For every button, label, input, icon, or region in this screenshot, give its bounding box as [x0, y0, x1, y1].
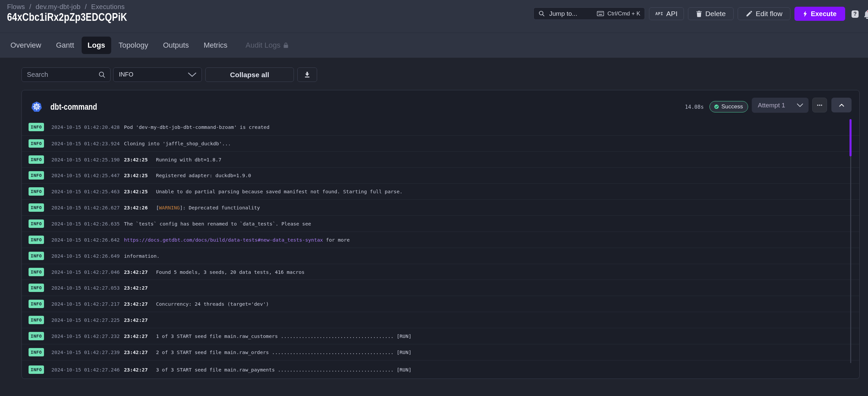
status-label: Success — [721, 103, 743, 110]
breadcrumb-executions[interactable]: Executions — [91, 3, 125, 10]
log-message: 23:42:26 [WARNING]: Deprecated functiona… — [124, 205, 260, 210]
log-text: Found 5 models, 3 seeds, 20 data tests, … — [150, 269, 305, 275]
log-timestamp: 2024-10-15 01:42:27.053 — [52, 285, 124, 291]
delete-button[interactable]: Delete — [688, 7, 734, 20]
task-duration: 14.08s — [685, 102, 704, 112]
log-level-select[interactable]: INFO — [113, 67, 202, 82]
log-row[interactable]: INFO2024-10-15 01:42:20.428Pod 'dev-my-d… — [22, 119, 859, 135]
log-message: 23:42:27 — [124, 317, 150, 323]
check-circle-icon — [714, 104, 719, 109]
log-level-badge: INFO — [29, 139, 44, 148]
log-text: Running with dbt=1.8.7 — [150, 157, 221, 162]
log-timestamp: 2024-10-15 01:42:25.447 — [52, 172, 124, 178]
tab-logs[interactable]: Logs — [82, 37, 112, 54]
attempt-select[interactable]: Attempt 1 — [752, 98, 809, 113]
log-row[interactable]: INFO2024-10-15 01:42:26.649information. — [22, 248, 859, 264]
log-text: Concurrency: 24 threads (target='dev') — [150, 301, 269, 307]
log-level-badge: INFO — [29, 171, 44, 179]
api-button[interactable]: API API — [649, 7, 684, 20]
task-name: dbt-command — [51, 101, 97, 112]
log-text: ]: Deprecated functionality — [180, 205, 260, 210]
log-timestamp: 2024-10-15 01:42:27.232 — [52, 333, 124, 339]
tab-label: Audit Logs — [246, 41, 280, 50]
execute-button[interactable]: Execute — [795, 7, 845, 21]
collapse-all-button[interactable]: Collapse all — [205, 67, 294, 82]
log-row[interactable]: INFO2024-10-15 01:42:25.44723:42:25 Regi… — [22, 167, 859, 184]
log-level-badge: INFO — [29, 332, 44, 340]
log-row[interactable]: INFO2024-10-15 01:42:26.62723:42:26 [WAR… — [22, 199, 859, 216]
task-menu-button[interactable] — [812, 98, 827, 112]
tab-label: Logs — [88, 41, 105, 50]
task-log-card-header: dbt-command 14.08s Success Attempt 1 — [22, 90, 859, 119]
log-message: 23:42:27 2 of 3 START seed file main.raw… — [124, 349, 411, 355]
log-time: 23:42:27 — [124, 349, 148, 355]
notifications-bell-icon[interactable] — [864, 10, 868, 19]
log-message: The `tests` config has been renamed to `… — [124, 221, 311, 227]
help-button[interactable]: ? — [851, 10, 859, 18]
log-text: Unable to do partial parsing because sav… — [150, 189, 403, 194]
log-row[interactable]: INFO2024-10-15 01:42:27.23923:42:27 2 of… — [22, 344, 859, 360]
edit-flow-button[interactable]: Edit flow — [738, 7, 790, 20]
download-logs-button[interactable] — [297, 67, 317, 82]
log-row[interactable]: INFO2024-10-15 01:42:27.04623:42:27 Foun… — [22, 264, 859, 280]
jump-to-placeholder: Jump to... — [549, 10, 577, 18]
keyboard-icon — [597, 11, 604, 16]
log-timestamp: 2024-10-15 01:42:26.627 — [52, 205, 124, 210]
tab-label: Gantt — [56, 41, 74, 50]
log-timestamp: 2024-10-15 01:42:27.217 — [52, 301, 124, 307]
log-timestamp: 2024-10-15 01:42:26.642 — [52, 237, 124, 243]
log-row[interactable]: INFO2024-10-15 01:42:26.635The `tests` c… — [22, 216, 859, 232]
log-row[interactable]: INFO2024-10-15 01:42:23.924Cloning into … — [22, 135, 859, 151]
log-row[interactable]: INFO2024-10-15 01:42:25.19023:42:25 Runn… — [22, 151, 859, 167]
log-text: information. — [124, 253, 160, 259]
log-row[interactable]: INFO2024-10-15 01:42:27.22523:42:27 — [22, 312, 859, 328]
log-level-badge: INFO — [29, 236, 44, 244]
log-level-badge: INFO — [29, 123, 44, 131]
status-badge: Success — [709, 101, 748, 112]
log-row[interactable]: INFO2024-10-15 01:42:27.23223:42:27 1 of… — [22, 328, 859, 344]
search-icon — [98, 71, 105, 78]
log-row[interactable]: INFO2024-10-15 01:42:27.05323:42:27 — [22, 279, 859, 296]
log-text: for more — [323, 237, 350, 243]
log-row[interactable]: INFO2024-10-15 01:42:25.46323:42:25 Unab… — [22, 183, 859, 199]
log-link[interactable]: https://docs.getdbt.com/docs/build/data-… — [124, 237, 323, 243]
log-time: 23:42:26 — [124, 205, 148, 210]
download-icon — [305, 72, 310, 77]
log-message: information. — [124, 253, 160, 259]
log-timestamp: 2024-10-15 01:42:20.428 — [52, 124, 124, 130]
pencil-icon — [746, 10, 752, 17]
jump-to-search[interactable]: Jump to... Ctrl/Cmd + K — [533, 7, 645, 20]
log-time: 23:42:25 — [124, 189, 148, 194]
log-level-badge: INFO — [29, 252, 44, 260]
log-text: Cloning into 'jaffle_shop_duckdb'... — [124, 141, 231, 146]
log-row[interactable]: INFO2024-10-15 01:42:26.642https://docs.… — [22, 232, 859, 248]
log-row[interactable]: INFO2024-10-15 01:42:27.24623:42:27 3 of… — [22, 360, 859, 379]
ellipsis-icon — [817, 104, 822, 106]
api-icon: API — [655, 11, 663, 16]
tab-outputs[interactable]: Outputs — [156, 37, 196, 54]
collapse-task-button[interactable] — [831, 98, 851, 112]
tab-gantt[interactable]: Gantt — [49, 37, 82, 54]
log-level-badge: INFO — [29, 284, 44, 292]
search-input[interactable]: Search — [22, 67, 111, 82]
tab-metrics[interactable]: Metrics — [196, 37, 235, 54]
chevron-down-icon — [188, 72, 196, 77]
search-icon — [538, 10, 545, 17]
tab-overview[interactable]: Overview — [3, 37, 49, 54]
kubernetes-icon — [31, 101, 42, 112]
log-timestamp: 2024-10-15 01:42:27.239 — [52, 349, 124, 355]
breadcrumb-namespace[interactable]: dev.my-dbt-job — [36, 3, 81, 10]
tab-audit-logs[interactable]: Audit Logs — [238, 37, 296, 54]
tab-topology[interactable]: Topology — [111, 37, 156, 54]
log-level-badge: INFO — [29, 268, 44, 276]
log-time: 23:42:27 — [124, 333, 148, 339]
log-level-badge: INFO — [29, 316, 44, 324]
tab-label: Metrics — [204, 41, 227, 50]
scrollbar-thumb[interactable] — [849, 119, 851, 156]
log-row[interactable]: INFO2024-10-15 01:42:27.21723:42:27 Conc… — [22, 296, 859, 312]
breadcrumb-flows[interactable]: Flows — [7, 3, 25, 10]
log-level-badge: INFO — [29, 155, 44, 164]
log-text: 3 of 3 START seed file main.raw_payments… — [150, 367, 411, 372]
trash-icon — [696, 10, 702, 17]
log-time: 23:42:27 — [124, 301, 148, 307]
